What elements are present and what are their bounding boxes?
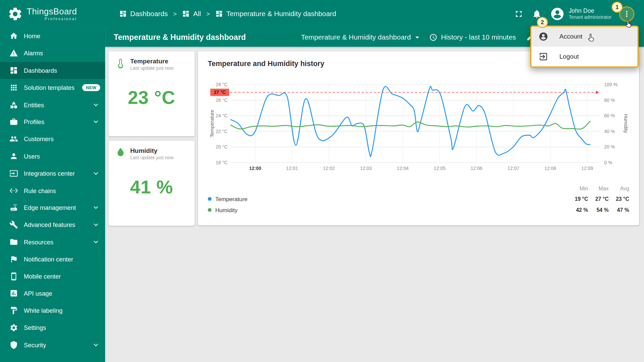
summary-header-row: MinMaxAvg [208, 184, 629, 193]
settings-icon [9, 323, 18, 332]
widget-header: Temperature Last update just now [115, 57, 188, 70]
svg-text:12:07: 12:07 [507, 166, 519, 171]
sidebar-item-label: Resources [24, 238, 53, 245]
user-name: John Doe [569, 7, 612, 14]
timewindow-button[interactable]: History - last 10 minutes [429, 27, 516, 47]
edge-icon [9, 203, 18, 212]
breadcrumb-item-temperature-humidity-dashboard[interactable]: Temperature & Humidity dashboard [215, 10, 336, 18]
breadcrumb-separator: > [173, 10, 177, 17]
svg-text:28 °C: 28 °C [216, 82, 227, 87]
menu-item-logout[interactable]: Logout [531, 46, 637, 66]
svg-text:12:08: 12:08 [544, 166, 556, 171]
svg-text:12:03: 12:03 [360, 166, 372, 171]
sidebar-item-resources[interactable]: Resources [0, 233, 105, 250]
sidebar-item-advanced-features[interactable]: Advanced features [0, 216, 105, 233]
rule-chains-icon [9, 186, 18, 195]
integrations-icon [9, 169, 18, 178]
svg-text:Temperature: Temperature [209, 110, 215, 137]
sidebar-item-customers[interactable]: Customers [0, 130, 105, 147]
mobile-icon [9, 272, 18, 281]
svg-text:60 %: 60 % [604, 113, 615, 118]
hand-cursor-icon [624, 19, 633, 28]
sidebar-item-label: Users [24, 153, 40, 160]
sidebar-item-label: Mobile center [24, 273, 61, 280]
fullscreen-icon[interactable] [514, 9, 524, 18]
summary-value: 27 °C [588, 196, 608, 202]
sidebar-item-dashboards[interactable]: Dashboards [0, 62, 105, 79]
sidebar-item-label: Entities [24, 101, 44, 108]
dashboard-state-select[interactable]: Temperature & Humidity dashboard [301, 27, 422, 47]
legend-label: Humidity [215, 207, 238, 214]
menu-item-label: Account [559, 33, 583, 40]
sidebar-item-home[interactable]: Home [0, 27, 105, 45]
svg-text:24 °C: 24 °C [216, 113, 227, 118]
sidebar-item-label: Profiles [24, 118, 44, 125]
breadcrumb-label: Temperature & Humidity dashboard [226, 10, 336, 18]
user-text: John Doe Tenant administrator [569, 7, 612, 20]
chart-footer: MinMaxAvgTemperature19 °C27 °C23 °CHumid… [208, 184, 629, 216]
chevron-down-icon [92, 118, 100, 126]
svg-text:12:06: 12:06 [471, 166, 482, 171]
logo-text: ThingsBoard Professional [27, 7, 77, 21]
sidebar-item-edge-management[interactable]: Edge management [0, 199, 105, 216]
notification-icon [9, 255, 18, 263]
sidebar-item-label: Dashboards [24, 67, 57, 74]
breadcrumb-separator: > [206, 10, 210, 17]
humidity-widget: Humidity Last update just now 41 % [108, 141, 195, 226]
user-block[interactable]: John Doe Tenant administrator [550, 6, 611, 21]
sidebar-item-api-usage[interactable]: API usage [0, 285, 105, 302]
dashboard-content: Temperature Last update just now 23 °C H… [105, 47, 644, 362]
history-chart-card: Temperature and Humidity history 18 °C0 … [198, 51, 639, 225]
legend-item-temperature[interactable]: Temperature [208, 195, 568, 202]
sidebar-item-profiles[interactable]: Profiles [0, 113, 105, 130]
widget-subtitle: Last update just now [130, 155, 173, 160]
annotation-step-2: 2 [537, 17, 548, 28]
summary-row-temperature: Temperature19 °C27 °C23 °C [208, 193, 629, 204]
sidebar-item-security[interactable]: Security [0, 336, 105, 353]
sidebar-item-solution-templates[interactable]: Solution templatesNEW [0, 79, 105, 96]
menu-item-account[interactable]: Account [531, 27, 637, 47]
sidebar-item-mobile-center[interactable]: Mobile center [0, 268, 105, 285]
sidebar-item-users[interactable]: Users [0, 147, 105, 165]
breadcrumb-label: All [193, 10, 201, 18]
logout-icon [538, 52, 548, 61]
sidebar-item-label: Rule chains [24, 187, 56, 194]
avatar-icon [550, 6, 565, 21]
svg-text:Humidity: Humidity [623, 114, 629, 133]
breadcrumb-item-dashboards[interactable]: Dashboards [119, 10, 168, 18]
sidebar-item-alarms[interactable]: Alarms [0, 45, 105, 62]
sidebar-item-label: Customers [24, 135, 54, 142]
dashboards-icon [9, 66, 18, 75]
dashboard-icon [119, 10, 127, 17]
sidebar-item-notification-center[interactable]: Notification center [0, 250, 105, 267]
sidebar-item-entities[interactable]: Entities [0, 96, 105, 113]
dashboard-icon [215, 10, 223, 17]
clock-icon [429, 33, 437, 41]
sidebar-item-label: Home [24, 33, 40, 40]
legend-item-humidity[interactable]: Humidity [208, 207, 568, 214]
api-icon [9, 289, 18, 298]
widget-title: Humidity [130, 147, 173, 154]
sidebar-item-settings[interactable]: Settings [0, 319, 105, 336]
svg-text:12:00: 12:00 [249, 166, 261, 171]
state-select-label: Temperature & Humidity dashboard [301, 33, 411, 41]
svg-text:20 °C: 20 °C [216, 144, 227, 149]
svg-text:12:01: 12:01 [286, 166, 298, 171]
sidebar-item-label: Advanced features [24, 221, 75, 228]
summary-value: 23 °C [609, 196, 629, 202]
annotation-step-1: 1 [611, 2, 623, 13]
thermometer-icon [115, 57, 126, 68]
summary-value: 54 % [588, 207, 608, 213]
advanced-icon [9, 221, 18, 229]
user-role: Tenant administrator [569, 14, 612, 20]
sidebar-item-rule-chains[interactable]: Rule chains [0, 182, 105, 199]
users-icon [9, 152, 18, 161]
breadcrumb-item-all[interactable]: All [182, 10, 201, 18]
summary-value: 47 % [609, 207, 629, 213]
new-badge: NEW [82, 84, 100, 91]
app-logo[interactable]: ThingsBoard Professional [0, 6, 105, 22]
profiles-icon [9, 118, 18, 126]
sidebar-item-white-labeling[interactable]: White labeling [0, 302, 105, 319]
sidebar-item-integrations-center[interactable]: Integrations center [0, 165, 105, 182]
page-title: Temperature & Humidity dashboard [114, 33, 246, 42]
